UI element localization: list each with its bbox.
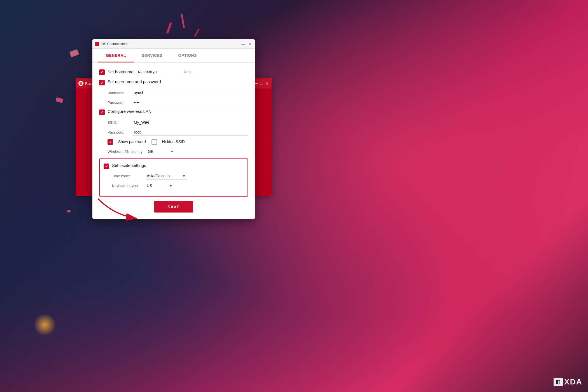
dialog-titlebar-controls: — ✕ bbox=[241, 42, 252, 46]
dialog-titlebar: OS Customisation — ✕ bbox=[92, 39, 255, 49]
show-password-label: Show password bbox=[118, 139, 146, 144]
wifi-password-label: Password: bbox=[108, 130, 133, 134]
bg-close-icon[interactable]: ✕ bbox=[265, 81, 269, 86]
wifi-password-row: Password: bbox=[99, 129, 248, 136]
show-password-checkbox[interactable] bbox=[108, 139, 113, 145]
hidden-ssid-label: Hidden SSID bbox=[162, 139, 185, 144]
show-password-item: Show password bbox=[108, 139, 146, 145]
save-button[interactable]: SAVE bbox=[154, 201, 193, 213]
timezone-label: Time zone: bbox=[112, 174, 146, 178]
xda-watermark: ◧ XDA bbox=[554, 377, 582, 386]
dialog-minimize-icon[interactable]: — bbox=[241, 42, 245, 46]
username-input[interactable] bbox=[133, 89, 248, 96]
ssid-input[interactable] bbox=[133, 119, 248, 126]
password-row: Password: bbox=[99, 99, 248, 106]
keyboard-dropdown-wrapper: US GB DE ▼ bbox=[146, 182, 174, 189]
username-password-section-header: Set username and password bbox=[99, 79, 248, 85]
dialog-titlebar-title: OS Customisation bbox=[101, 42, 241, 46]
country-label: Wireless LAN country: bbox=[108, 150, 147, 154]
xda-text: XDA bbox=[564, 377, 582, 386]
ssid-field-label: SSID: bbox=[108, 120, 133, 125]
keyboard-row: Keyboard layout: US GB DE ▼ bbox=[104, 182, 244, 189]
dialog-body: Set hostname: .local Set username and pa… bbox=[92, 63, 255, 219]
hidden-ssid-checkbox[interactable] bbox=[151, 139, 157, 145]
wireless-label: Configure wireless LAN bbox=[108, 109, 151, 114]
dialog-titlebar-icon bbox=[95, 42, 99, 46]
xda-box: ◧ bbox=[554, 378, 563, 386]
lamp-glow bbox=[34, 314, 56, 336]
password-field-label: Password: bbox=[108, 101, 133, 105]
wireless-checkbox[interactable] bbox=[99, 109, 105, 115]
username-password-checkbox[interactable] bbox=[99, 80, 105, 85]
bg-window-controls: — □ ✕ bbox=[253, 81, 269, 86]
hostname-section: Set hostname: .local bbox=[99, 68, 248, 75]
show-password-row: Show password Hidden SSID bbox=[99, 139, 248, 145]
hostname-label: Set hostname: bbox=[108, 69, 135, 74]
tab-services[interactable]: SERVICES bbox=[134, 49, 171, 62]
dialog-close-icon[interactable]: ✕ bbox=[249, 42, 252, 46]
locale-section: Set locale settings Time zone: Asia/Calc… bbox=[99, 158, 248, 197]
locale-label: Set locale settings bbox=[112, 163, 146, 168]
locale-checkbox[interactable] bbox=[104, 164, 109, 169]
tab-general[interactable]: GENERAL bbox=[98, 49, 134, 62]
keyboard-label: Keyboard layout: bbox=[112, 184, 146, 188]
hidden-ssid-item: Hidden SSID bbox=[151, 139, 185, 145]
timezone-select[interactable]: Asia/Calcutta UTC America/New_York bbox=[146, 172, 187, 179]
username-password-label: Set username and password bbox=[108, 79, 161, 84]
ssid-row: SSID: bbox=[99, 119, 248, 126]
bg-maximize-icon[interactable]: □ bbox=[260, 81, 263, 86]
hostname-input[interactable] bbox=[137, 68, 182, 75]
bg-window-icon: 🍓 bbox=[78, 81, 83, 86]
password-input[interactable] bbox=[133, 99, 248, 106]
country-dropdown-wrapper: GB US IN ▼ bbox=[147, 148, 175, 155]
hostname-checkbox[interactable] bbox=[99, 69, 105, 75]
tabs-container: GENERAL SERVICES OPTIONS bbox=[92, 49, 255, 63]
country-select[interactable]: GB US IN bbox=[147, 148, 175, 155]
wireless-section-header: Configure wireless LAN bbox=[99, 109, 248, 115]
os-customisation-dialog: OS Customisation — ✕ GENERAL SERVICES OP… bbox=[92, 39, 255, 219]
keyboard-select[interactable]: US GB DE bbox=[146, 182, 174, 189]
username-field-label: Username: bbox=[108, 91, 133, 95]
timezone-dropdown-wrapper: Asia/Calcutta UTC America/New_York ▼ bbox=[146, 172, 187, 179]
timezone-row: Time zone: Asia/Calcutta UTC America/New… bbox=[104, 172, 244, 179]
username-row: Username: bbox=[99, 89, 248, 96]
wifi-password-input[interactable] bbox=[133, 129, 248, 136]
hostname-suffix: .local bbox=[183, 70, 193, 74]
country-row: Wireless LAN country: GB US IN ▼ bbox=[99, 148, 248, 155]
bg-overlay bbox=[0, 0, 588, 392]
locale-section-header: Set locale settings bbox=[104, 163, 244, 169]
tab-options[interactable]: OPTIONS bbox=[171, 49, 205, 62]
